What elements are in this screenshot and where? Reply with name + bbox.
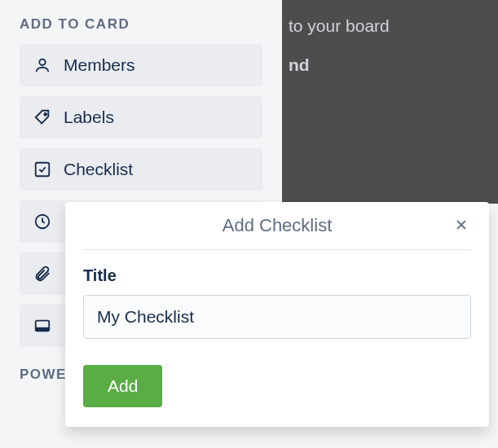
sidebar-item-checklist[interactable]: Checklist	[20, 148, 262, 191]
sidebar-item-labels[interactable]: Labels	[20, 96, 262, 138]
person-icon	[33, 55, 52, 75]
overlay-text-2: nd	[289, 55, 491, 75]
close-icon[interactable]	[452, 215, 471, 235]
sidebar-item-label: Labels	[64, 108, 114, 127]
add-checklist-popover: Add Checklist Title Add	[65, 202, 489, 427]
svg-point-0	[39, 59, 45, 65]
title-field-label: Title	[83, 266, 471, 285]
background-overlay: to your board nd	[282, 0, 498, 204]
svg-rect-2	[36, 163, 50, 177]
svg-point-1	[44, 113, 46, 116]
sidebar-item-label: Members	[64, 55, 135, 75]
attachment-icon	[33, 264, 52, 283]
sidebar-item-label: Checklist	[64, 160, 133, 179]
section-header-add-to-card: ADD TO CARD	[20, 16, 262, 33]
svg-rect-5	[36, 327, 50, 332]
popover-title: Add Checklist	[223, 215, 333, 236]
checklist-icon	[33, 160, 52, 179]
checklist-title-input[interactable]	[83, 295, 471, 339]
cover-icon	[33, 316, 52, 336]
popover-header: Add Checklist	[83, 215, 471, 250]
overlay-text-1: to your board	[289, 16, 491, 36]
clock-icon	[33, 212, 52, 231]
tag-icon	[33, 108, 52, 127]
add-button[interactable]: Add	[83, 365, 162, 407]
sidebar-item-members[interactable]: Members	[20, 44, 262, 86]
